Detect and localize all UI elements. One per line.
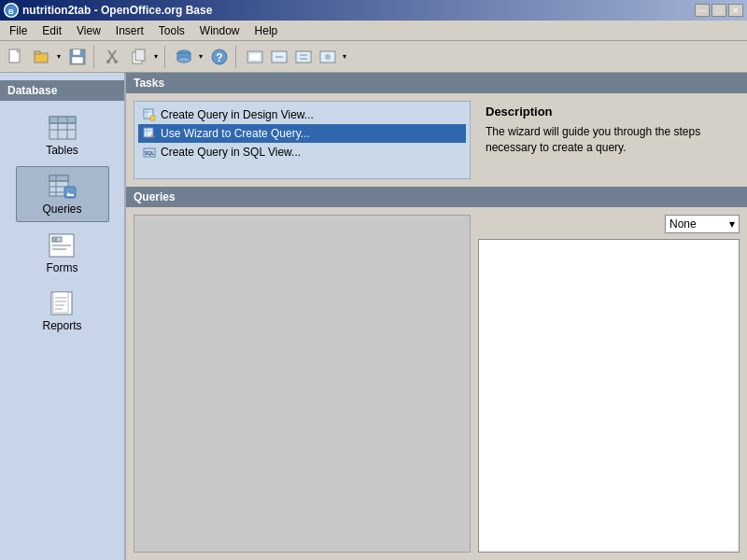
svg-point-12 — [114, 60, 118, 63]
queries-list — [134, 215, 471, 553]
queries-filter-dropdown[interactable]: None ▾ — [665, 215, 740, 233]
queries-section: Queries None ▾ — [126, 187, 747, 560]
tables-label: Tables — [46, 144, 78, 157]
svg-text:SQL: SQL — [145, 150, 154, 156]
menu-item-help[interactable]: Help — [247, 22, 286, 39]
toolbar-separator-2 — [164, 46, 168, 68]
task-wizard[interactable]: Use Wizard to Create Query... — [138, 124, 466, 143]
svg-rect-30 — [49, 117, 76, 123]
tasks-description: Description The wizard will guide you th… — [478, 101, 740, 179]
copy-button[interactable] — [127, 45, 151, 69]
tasks-list: Create Query in Design View... Use Wizar… — [134, 101, 471, 179]
queries-preview-box — [478, 239, 740, 553]
filter-arrow: ▾ — [729, 217, 735, 231]
svg-point-11 — [106, 60, 110, 63]
svg-point-28 — [325, 54, 331, 60]
svg-text:B: B — [8, 7, 14, 16]
design-view-icon — [142, 107, 157, 122]
menu-item-view[interactable]: View — [69, 22, 108, 39]
main-layout: Database Tables — [0, 73, 747, 560]
svg-line-43 — [67, 193, 69, 195]
task-wizard-label: Use Wizard to Create Query... — [161, 127, 310, 140]
maximize-button[interactable]: □ — [712, 4, 726, 17]
db-dropdown[interactable]: ▾ — [196, 45, 205, 69]
svg-rect-36 — [49, 175, 68, 181]
menu-item-edit[interactable]: Edit — [35, 22, 69, 39]
description-text: The wizard will guide you through the st… — [486, 124, 732, 156]
forms-label: Forms — [47, 261, 78, 274]
open-button[interactable] — [30, 45, 54, 69]
menu-bar: FileEditViewInsertToolsWindowHelp — [0, 21, 747, 41]
copy-dropdown[interactable]: ▾ — [151, 45, 161, 69]
sidebar-item-tables[interactable]: Tables — [16, 108, 109, 162]
help-button[interactable]: ? — [207, 45, 232, 69]
description-title: Description — [486, 105, 732, 119]
action-button-4[interactable] — [316, 45, 340, 69]
reports-icon — [46, 289, 79, 317]
db-button[interactable] — [172, 45, 196, 69]
svg-rect-7 — [73, 49, 80, 55]
queries-header: Queries — [126, 187, 747, 207]
toolbar-separator-3 — [235, 46, 239, 68]
title-bar: B nutrition2tab - OpenOffice.org Base — … — [0, 0, 747, 21]
tasks-header: Tasks — [126, 73, 747, 93]
svg-rect-24 — [296, 51, 311, 63]
title-bar-controls[interactable]: — □ ✕ — [695, 4, 743, 17]
tasks-section: Tasks Create Query in Design View... — [126, 73, 747, 187]
menu-item-insert[interactable]: Insert — [108, 22, 151, 39]
wizard-icon — [142, 126, 157, 141]
action-button-2[interactable] — [267, 45, 291, 69]
reports-label: Reports — [42, 319, 81, 332]
queries-filter: None ▾ — [478, 215, 740, 233]
menu-item-window[interactable]: Window — [192, 22, 247, 39]
sidebar-item-reports[interactable]: Reports — [16, 284, 109, 338]
svg-rect-21 — [249, 53, 261, 61]
svg-text:?: ? — [216, 51, 222, 64]
task-sql-label: Create Query in SQL View... — [161, 146, 301, 159]
svg-point-17 — [177, 57, 190, 63]
task-sql-view[interactable]: SQL Create Query in SQL View... — [138, 143, 466, 161]
svg-rect-41 — [64, 187, 76, 198]
minimize-button[interactable]: — — [695, 4, 710, 17]
action-dropdown[interactable]: ▾ — [340, 45, 349, 69]
forms-icon: 08 — [46, 231, 79, 259]
cut-button[interactable] — [101, 45, 125, 69]
task-design-view[interactable]: Create Query in Design View... — [138, 105, 466, 124]
queries-label: Queries — [42, 203, 81, 216]
open-dropdown[interactable]: ▾ — [54, 45, 63, 69]
toolbar-separator-1 — [93, 46, 97, 68]
sidebar-item-queries[interactable]: Queries — [16, 166, 109, 222]
close-button[interactable]: ✕ — [728, 4, 743, 17]
new-button[interactable] — [4, 45, 28, 69]
queries-preview: None ▾ — [478, 215, 740, 553]
svg-rect-5 — [35, 51, 40, 54]
toolbar: ▾ ▾ — [0, 41, 747, 73]
app-icon: B — [4, 3, 19, 18]
svg-rect-58 — [150, 116, 155, 120]
tasks-body: Create Query in Design View... Use Wizar… — [126, 93, 747, 187]
sidebar-item-forms[interactable]: 08 Forms — [16, 226, 109, 280]
title-bar-left: B nutrition2tab - OpenOffice.org Base — [4, 3, 212, 18]
sidebar: Database Tables — [0, 73, 126, 560]
svg-rect-14 — [135, 49, 145, 61]
queries-icon — [46, 173, 79, 201]
svg-rect-8 — [72, 57, 83, 63]
task-design-view-label: Create Query in Design View... — [161, 108, 314, 121]
save-button[interactable] — [65, 45, 90, 69]
content-area: Tasks Create Query in Design View... — [126, 73, 747, 560]
sql-icon: SQL — [142, 145, 157, 160]
queries-body: None ▾ — [126, 207, 747, 560]
window-title: nutrition2tab - OpenOffice.org Base — [22, 4, 212, 17]
menu-item-file[interactable]: File — [2, 22, 35, 39]
tables-icon — [46, 114, 79, 142]
action-button-1[interactable] — [243, 45, 267, 69]
sidebar-header: Database — [0, 80, 124, 101]
menu-item-tools[interactable]: Tools — [151, 22, 192, 39]
filter-label: None — [669, 217, 697, 231]
svg-text:08: 08 — [52, 237, 58, 243]
svg-rect-50 — [53, 292, 68, 313]
action-button-3[interactable] — [291, 45, 316, 69]
